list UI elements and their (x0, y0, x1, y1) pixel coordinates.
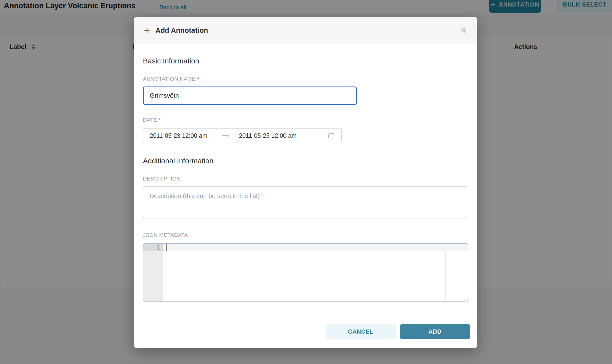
editor-print-margin (445, 251, 446, 301)
add-button[interactable]: ADD (400, 324, 470, 339)
cancel-button[interactable]: CANCEL (326, 324, 396, 339)
arrow-right-icon (221, 133, 230, 138)
date-label: DATE* (143, 117, 468, 123)
editor-active-line (163, 244, 468, 251)
json-metadata-editor[interactable]: 1 (143, 243, 468, 301)
date-range-picker[interactable]: 2011-05-23 12:00 am 2011-05-25 12:00 am (143, 128, 342, 143)
date-label-text: DATE (143, 117, 157, 123)
add-annotation-modal: + Add Annotation ✕ Basic Information ANN… (134, 17, 477, 348)
modal-footer: CANCEL ADD (134, 315, 477, 348)
editor-line-number: 1 (143, 244, 163, 251)
annotation-name-input[interactable] (143, 87, 357, 105)
modal-header: + Add Annotation ✕ (134, 17, 477, 44)
section-additional-information: Additional Information (143, 157, 468, 165)
description-textarea[interactable] (143, 186, 468, 219)
required-asterisk: * (159, 117, 161, 123)
modal-body: Basic Information ANNOTATION NAME* DATE*… (134, 44, 477, 315)
modal-title: Add Annotation (156, 26, 208, 35)
plus-icon: + (144, 25, 150, 36)
section-basic-information: Basic Information (143, 57, 468, 65)
description-label: DESCRIPTION (143, 176, 468, 182)
annotation-name-label: ANNOTATION NAME* (143, 76, 468, 82)
editor-cursor (166, 244, 167, 251)
date-end-value[interactable]: 2011-05-25 12:00 am (239, 132, 297, 139)
json-metadata-label: JSON METADATA (143, 232, 468, 238)
required-asterisk: * (197, 76, 199, 82)
annotation-name-label-text: ANNOTATION NAME (143, 76, 196, 82)
editor-gutter: 1 (143, 244, 163, 301)
date-start-value[interactable]: 2011-05-23 12:00 am (150, 132, 207, 139)
close-icon[interactable]: ✕ (460, 26, 467, 35)
calendar-icon (328, 132, 335, 139)
